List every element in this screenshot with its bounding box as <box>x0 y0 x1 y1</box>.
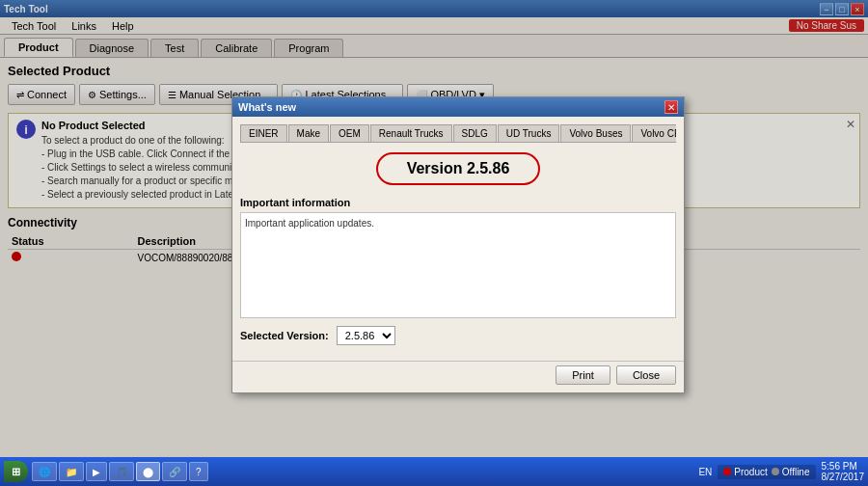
info-text-area: Important application updates. <box>240 212 676 318</box>
selected-version-row: Selected Version: 2.5.86 <box>240 326 676 345</box>
modal-tab-renault[interactable]: Renault Trucks <box>370 124 452 142</box>
taskbar-right: EN Product Offline 5:56 PM 8/27/2017 <box>698 461 864 482</box>
modal-footer: Print Close <box>232 361 684 392</box>
version-select-dropdown[interactable]: 2.5.86 <box>337 326 395 345</box>
modal-tab-volvo-buses[interactable]: Volvo Buses <box>560 124 631 142</box>
taskbar: ⊞ 🌐 📁 ▶ 🎵 ⬤ 🔗 ? EN Product <box>0 457 868 486</box>
whats-new-dialog: What's new ✕ EINER Make OEM Renault Truc… <box>231 96 685 393</box>
taskbar-status: Product Offline <box>718 465 815 479</box>
important-info-text: Important application updates. <box>245 218 374 229</box>
network-icon: 🔗 <box>169 467 180 477</box>
product-status: Product <box>723 467 767 477</box>
taskbar-app2[interactable]: 🎵 <box>109 462 134 481</box>
start-icon: ⊞ <box>12 466 20 478</box>
modal-tab-oem[interactable]: OEM <box>330 124 369 142</box>
taskbar-network-icon[interactable]: 🔗 <box>162 462 187 481</box>
print-button[interactable]: Print <box>556 365 610 385</box>
modal-tab-ud[interactable]: UD Trucks <box>498 124 560 142</box>
modal-title: What's new <box>238 101 296 113</box>
modal-tab-volvo-ce[interactable]: Volvo CE <box>632 124 676 142</box>
modal-close-button[interactable]: Close <box>616 365 676 385</box>
offline-status-dot <box>772 468 779 475</box>
help-icon: ? <box>196 467 202 477</box>
important-info-title: Important information <box>240 197 676 208</box>
offline-status: Offline <box>772 467 810 477</box>
chrome-icon: ⬤ <box>143 467 153 477</box>
modal-body: EINER Make OEM Renault Trucks SDLG UD Tr… <box>232 117 684 361</box>
time: 5:56 PM <box>822 461 865 472</box>
folder-icon: 📁 <box>66 467 77 477</box>
taskbar-help-icon[interactable]: ? <box>189 462 208 481</box>
selected-version-label: Selected Version: <box>240 330 329 341</box>
date: 8/27/2017 <box>822 472 865 482</box>
taskbar-apps: 🌐 📁 ▶ 🎵 ⬤ 🔗 ? <box>32 462 698 481</box>
product-status-dot <box>723 468 731 475</box>
modal-tabs: EINER Make OEM Renault Trucks SDLG UD Tr… <box>240 124 676 143</box>
modal-close-x-button[interactable]: ✕ <box>665 100 678 114</box>
app2-icon: 🎵 <box>116 467 127 477</box>
taskbar-media-icon[interactable]: ▶ <box>86 462 107 481</box>
taskbar-ie-icon[interactable]: 🌐 <box>32 462 57 481</box>
taskbar-chrome-icon[interactable]: ⬤ <box>136 462 160 481</box>
modal-tab-make[interactable]: Make <box>288 124 329 142</box>
start-button[interactable]: ⊞ <box>4 461 28 482</box>
ie-icon: 🌐 <box>39 467 50 477</box>
modal-tab-einer[interactable]: EINER <box>240 124 287 142</box>
media-icon: ▶ <box>93 467 100 477</box>
clock: 5:56 PM 8/27/2017 <box>822 461 865 482</box>
offline-status-label: Offline <box>782 467 810 477</box>
product-status-label: Product <box>734 467 767 477</box>
taskbar-file-icon[interactable]: 📁 <box>59 462 84 481</box>
modal-title-bar: What's new ✕ <box>232 97 684 117</box>
modal-tab-sdlg[interactable]: SDLG <box>453 124 497 142</box>
version-display: Version 2.5.86 <box>376 152 541 185</box>
language-indicator: EN <box>698 467 712 477</box>
